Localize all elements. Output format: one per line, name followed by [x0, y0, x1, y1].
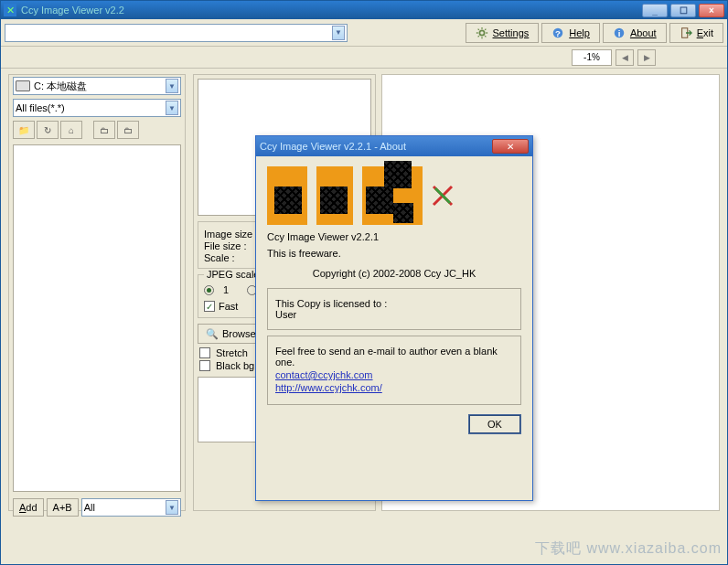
logo-area: [267, 164, 521, 228]
prev-button[interactable]: ◀: [616, 49, 634, 66]
product-name: Ccy Image Viewer v2.2.1: [267, 231, 521, 242]
main-window: ✕ Ccy Image Viewer v2.2 _ ☐ × ▼ Settings…: [0, 0, 728, 565]
file-list[interactable]: [13, 144, 181, 492]
path-dropdown[interactable]: ▼: [5, 24, 348, 42]
blackbg-checkbox[interactable]: [199, 360, 210, 371]
about-close-button[interactable]: ✕: [492, 139, 529, 154]
svg-text:i: i: [618, 27, 621, 37]
email-prompt: Feel free to send an e-mail to author ev…: [275, 346, 513, 368]
email-link[interactable]: contact@ccyjchk.com: [275, 369, 513, 380]
next-button[interactable]: ▶: [637, 49, 656, 66]
folder-button-1[interactable]: 🗀: [93, 121, 115, 139]
search-icon: 🔍: [206, 328, 219, 340]
maximize-button[interactable]: ☐: [670, 4, 696, 17]
about-titlebar: Ccy Image Viewer v2.2.1 - About ✕: [256, 136, 532, 156]
top-toolbar: ▼ Settings ? Help i About Exit: [1, 19, 727, 47]
gear-icon: [476, 27, 488, 39]
copyright-text: Copyright (c) 2002-2008 Ccy JC_HK: [267, 268, 521, 279]
all-label: All: [84, 502, 95, 513]
window-controls: _ ☐ ×: [642, 4, 724, 17]
folder-up-button[interactable]: 📁: [13, 121, 35, 139]
exit-icon: [680, 27, 692, 39]
about-button[interactable]: i About: [603, 23, 667, 43]
filter-dropdown[interactable]: All files(*.*) ▼: [13, 99, 181, 117]
left-bottom-bar: Add A+B All ▼: [9, 496, 185, 519]
titlebar: ✕ Ccy Image Viewer v2.2 _ ☐ ×: [1, 1, 727, 19]
drive-label: C: 本地磁盘: [34, 80, 87, 93]
chevron-down-icon: ▼: [332, 26, 345, 40]
chevron-down-icon: ▼: [166, 79, 178, 93]
licensed-to-label: This Copy is licensed to :: [275, 298, 513, 309]
about-title: Ccy Image Viewer v2.2.1 - About: [260, 141, 492, 152]
website-link[interactable]: http://www.ccyjchk.com/: [275, 382, 513, 393]
drive-dropdown[interactable]: C: 本地磁盘 ▼: [13, 77, 181, 95]
zoom-bar: -1% ◀ ▶: [1, 47, 727, 69]
refresh-button[interactable]: ↻: [37, 121, 59, 139]
freeware-text: This is freeware.: [267, 248, 521, 259]
zoom-percent[interactable]: -1%: [572, 49, 612, 66]
drive-icon: [16, 80, 30, 91]
left-toolbar: 📁 ↻ ⌂ 🗀 🗀: [9, 119, 185, 141]
jpeg-legend: JPEG scale: [204, 269, 262, 280]
app-icon: ✕: [4, 4, 16, 16]
stretch-label: Stretch: [216, 347, 248, 358]
jpeg-radio-1-label: 1: [223, 284, 229, 295]
browse-label: Browse: [222, 328, 256, 339]
ccy-logo: [267, 166, 423, 225]
add-b-button[interactable]: A+B: [47, 498, 79, 517]
fast-label: Fast: [219, 301, 238, 312]
svg-point-0: [479, 30, 484, 35]
all-dropdown[interactable]: All ▼: [81, 498, 181, 517]
exit-button[interactable]: Exit: [669, 23, 723, 43]
contact-box: Feel free to send an e-mail to author ev…: [267, 336, 521, 405]
ok-button[interactable]: OK: [468, 414, 521, 434]
settings-label: Settings: [493, 27, 530, 38]
info-icon: i: [613, 27, 626, 39]
window-title: Ccy Image Viewer v2.2: [21, 5, 642, 16]
chevron-down-icon: ▼: [166, 101, 178, 115]
spark-icon: [430, 183, 455, 208]
licensed-to-value: User: [275, 309, 513, 320]
blackbg-label: Black bg: [216, 360, 254, 371]
add-button[interactable]: Add: [13, 498, 44, 517]
svg-text:?: ?: [555, 27, 561, 37]
folder-button-2[interactable]: 🗀: [117, 121, 139, 139]
about-dialog: Ccy Image Viewer v2.2.1 - About ✕ Ccy Im…: [255, 135, 533, 501]
license-box: This Copy is licensed to : User: [267, 288, 521, 330]
minimize-button[interactable]: _: [642, 4, 668, 17]
filter-label: All files(*.*): [16, 102, 65, 113]
close-button[interactable]: ×: [699, 4, 724, 17]
home-button[interactable]: ⌂: [60, 121, 82, 139]
chevron-down-icon: ▼: [166, 500, 178, 515]
settings-button[interactable]: Settings: [466, 23, 540, 43]
help-button[interactable]: ? Help: [541, 23, 600, 43]
left-panel: C: 本地磁盘 ▼ All files(*.*) ▼ 📁 ↻ ⌂ 🗀 🗀 Add…: [8, 74, 186, 511]
help-icon: ?: [551, 27, 564, 39]
fast-checkbox[interactable]: [204, 301, 215, 312]
about-label: About: [630, 27, 657, 38]
help-label: Help: [569, 27, 590, 38]
stretch-checkbox[interactable]: [199, 347, 210, 358]
exit-label: Exit: [697, 27, 713, 38]
watermark: 下载吧 www.xiazaiba.com: [535, 539, 722, 559]
jpeg-radio-1[interactable]: [204, 285, 214, 295]
